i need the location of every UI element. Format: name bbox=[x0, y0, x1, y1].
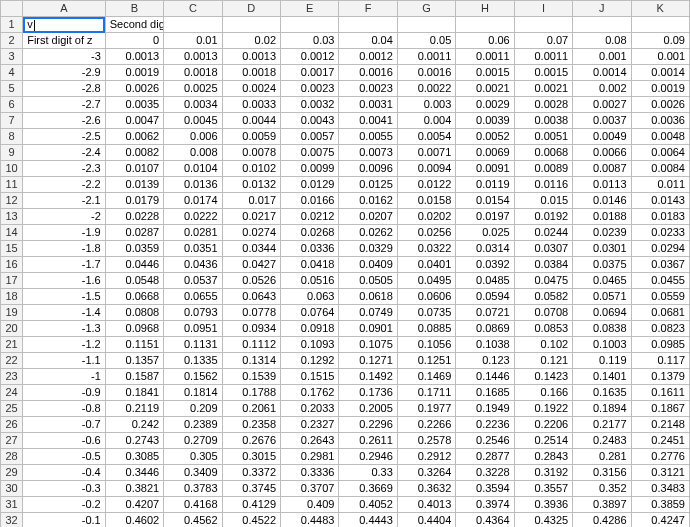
cell-C11[interactable]: 0.0136 bbox=[164, 177, 222, 193]
cell-E4[interactable]: 0.0017 bbox=[281, 65, 339, 81]
cell-K23[interactable]: 0.1379 bbox=[631, 369, 689, 385]
cell-D19[interactable]: 0.0778 bbox=[222, 305, 280, 321]
cell-F13[interactable]: 0.0207 bbox=[339, 209, 397, 225]
corner-cell[interactable] bbox=[1, 1, 23, 17]
cell-E29[interactable]: 0.3336 bbox=[281, 465, 339, 481]
cell-D24[interactable]: 0.1788 bbox=[222, 385, 280, 401]
cell-D28[interactable]: 0.3015 bbox=[222, 449, 280, 465]
cell-B16[interactable]: 0.0446 bbox=[105, 257, 163, 273]
cell-A23[interactable]: -1 bbox=[23, 369, 106, 385]
cell-B8[interactable]: 0.0062 bbox=[105, 129, 163, 145]
cell-F5[interactable]: 0.0023 bbox=[339, 81, 397, 97]
cell-G9[interactable]: 0.0071 bbox=[397, 145, 455, 161]
cell-K8[interactable]: 0.0048 bbox=[631, 129, 689, 145]
cell-F29[interactable]: 0.33 bbox=[339, 465, 397, 481]
cell-H12[interactable]: 0.0154 bbox=[456, 193, 514, 209]
cell-G11[interactable]: 0.0122 bbox=[397, 177, 455, 193]
cell-B6[interactable]: 0.0035 bbox=[105, 97, 163, 113]
cell-F24[interactable]: 0.1736 bbox=[339, 385, 397, 401]
cell-B15[interactable]: 0.0359 bbox=[105, 241, 163, 257]
cell-C3[interactable]: 0.0013 bbox=[164, 49, 222, 65]
cell-H13[interactable]: 0.0197 bbox=[456, 209, 514, 225]
column-header-F[interactable]: F bbox=[339, 1, 397, 17]
cell-C4[interactable]: 0.0018 bbox=[164, 65, 222, 81]
cell-I17[interactable]: 0.0475 bbox=[514, 273, 572, 289]
cell-K18[interactable]: 0.0559 bbox=[631, 289, 689, 305]
row-header-23[interactable]: 23 bbox=[1, 369, 23, 385]
cell-F2[interactable]: 0.04 bbox=[339, 33, 397, 49]
cell-H5[interactable]: 0.0021 bbox=[456, 81, 514, 97]
row-header-4[interactable]: 4 bbox=[1, 65, 23, 81]
cell-C9[interactable]: 0.008 bbox=[164, 145, 222, 161]
cell-K7[interactable]: 0.0036 bbox=[631, 113, 689, 129]
cell-C21[interactable]: 0.1131 bbox=[164, 337, 222, 353]
cell-F7[interactable]: 0.0041 bbox=[339, 113, 397, 129]
cell-D18[interactable]: 0.0643 bbox=[222, 289, 280, 305]
cell-G23[interactable]: 0.1469 bbox=[397, 369, 455, 385]
cell-F15[interactable]: 0.0329 bbox=[339, 241, 397, 257]
cell-B25[interactable]: 0.2119 bbox=[105, 401, 163, 417]
row-header-17[interactable]: 17 bbox=[1, 273, 23, 289]
cell-E15[interactable]: 0.0336 bbox=[281, 241, 339, 257]
cell-G29[interactable]: 0.3264 bbox=[397, 465, 455, 481]
cell-A27[interactable]: -0.6 bbox=[23, 433, 106, 449]
cell-I20[interactable]: 0.0853 bbox=[514, 321, 572, 337]
cell-E25[interactable]: 0.2033 bbox=[281, 401, 339, 417]
cell-B5[interactable]: 0.0026 bbox=[105, 81, 163, 97]
cell-I22[interactable]: 0.121 bbox=[514, 353, 572, 369]
cell-C17[interactable]: 0.0537 bbox=[164, 273, 222, 289]
cell-B2[interactable]: 0 bbox=[105, 33, 163, 49]
cell-K16[interactable]: 0.0367 bbox=[631, 257, 689, 273]
cell-A15[interactable]: -1.8 bbox=[23, 241, 106, 257]
cell-H7[interactable]: 0.0039 bbox=[456, 113, 514, 129]
cell-H20[interactable]: 0.0869 bbox=[456, 321, 514, 337]
cell-C27[interactable]: 0.2709 bbox=[164, 433, 222, 449]
cell-B32[interactable]: 0.4602 bbox=[105, 513, 163, 528]
cell-K3[interactable]: 0.001 bbox=[631, 49, 689, 65]
cell-J27[interactable]: 0.2483 bbox=[573, 433, 631, 449]
cell-J2[interactable]: 0.08 bbox=[573, 33, 631, 49]
cell-F16[interactable]: 0.0409 bbox=[339, 257, 397, 273]
cell-I23[interactable]: 0.1423 bbox=[514, 369, 572, 385]
cell-D25[interactable]: 0.2061 bbox=[222, 401, 280, 417]
cell-J6[interactable]: 0.0027 bbox=[573, 97, 631, 113]
cell-C19[interactable]: 0.0793 bbox=[164, 305, 222, 321]
row-header-13[interactable]: 13 bbox=[1, 209, 23, 225]
row-header-3[interactable]: 3 bbox=[1, 49, 23, 65]
cell-H14[interactable]: 0.025 bbox=[456, 225, 514, 241]
cell-H11[interactable]: 0.0119 bbox=[456, 177, 514, 193]
cell-K12[interactable]: 0.0143 bbox=[631, 193, 689, 209]
cell-H15[interactable]: 0.0314 bbox=[456, 241, 514, 257]
cell-E22[interactable]: 0.1292 bbox=[281, 353, 339, 369]
column-header-G[interactable]: G bbox=[397, 1, 455, 17]
cell-H22[interactable]: 0.123 bbox=[456, 353, 514, 369]
cell-K31[interactable]: 0.3859 bbox=[631, 497, 689, 513]
cell-C2[interactable]: 0.01 bbox=[164, 33, 222, 49]
cell-F9[interactable]: 0.0073 bbox=[339, 145, 397, 161]
cell-C29[interactable]: 0.3409 bbox=[164, 465, 222, 481]
cell-B21[interactable]: 0.1151 bbox=[105, 337, 163, 353]
cell-J22[interactable]: 0.119 bbox=[573, 353, 631, 369]
cell-E5[interactable]: 0.0023 bbox=[281, 81, 339, 97]
cell-B12[interactable]: 0.0179 bbox=[105, 193, 163, 209]
cell-C13[interactable]: 0.0222 bbox=[164, 209, 222, 225]
cell-C26[interactable]: 0.2389 bbox=[164, 417, 222, 433]
cell-H26[interactable]: 0.2236 bbox=[456, 417, 514, 433]
cell-J10[interactable]: 0.0087 bbox=[573, 161, 631, 177]
cell-D14[interactable]: 0.0274 bbox=[222, 225, 280, 241]
cell-J18[interactable]: 0.0571 bbox=[573, 289, 631, 305]
cell-F28[interactable]: 0.2946 bbox=[339, 449, 397, 465]
cell-B27[interactable]: 0.2743 bbox=[105, 433, 163, 449]
cell-E17[interactable]: 0.0516 bbox=[281, 273, 339, 289]
cell-A13[interactable]: -2 bbox=[23, 209, 106, 225]
cell-I24[interactable]: 0.166 bbox=[514, 385, 572, 401]
cell-F20[interactable]: 0.0901 bbox=[339, 321, 397, 337]
column-header-H[interactable]: H bbox=[456, 1, 514, 17]
cell-H32[interactable]: 0.4364 bbox=[456, 513, 514, 528]
cell-K21[interactable]: 0.0985 bbox=[631, 337, 689, 353]
cell-A8[interactable]: -2.5 bbox=[23, 129, 106, 145]
cell-E20[interactable]: 0.0918 bbox=[281, 321, 339, 337]
cell-B24[interactable]: 0.1841 bbox=[105, 385, 163, 401]
cell-J9[interactable]: 0.0066 bbox=[573, 145, 631, 161]
cell-C20[interactable]: 0.0951 bbox=[164, 321, 222, 337]
